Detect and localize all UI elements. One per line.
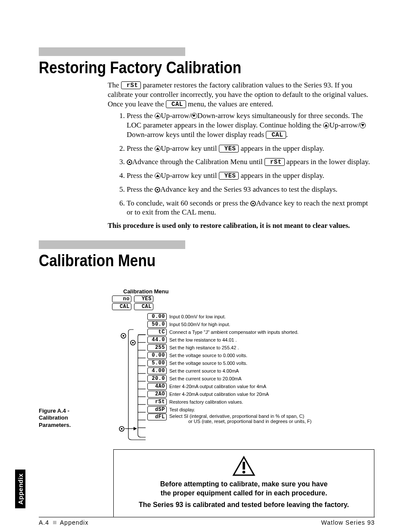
lcd-param: dSP [147,406,167,413]
appendix-tab: Appendix [15,470,25,508]
lcd-param: tC [147,329,167,336]
cal-top-row: no YES [112,296,371,302]
heading-cal-menu: Calibration Menu [39,252,334,270]
heading-restoring: Restoring Factory Calibration [39,59,334,77]
cal-desc: Test display. [169,407,195,412]
lcd-param: rSt [147,398,167,405]
cal-row: dSPTest display. [147,406,371,414]
section-bar [39,240,185,249]
step-1: Press the Up-arrow/Down-arrow keys simul… [127,111,371,139]
cal-desc: Connect a Type "J" ambient compensator w… [169,330,299,335]
svg-point-9 [132,342,134,344]
cal-row: 255Set the high resitance to 255.42 . [147,344,371,352]
cal-row: 4AOEnter 4-20mA output calibration value… [147,383,371,390]
intro-block: The rSt parameter restores the factory c… [108,81,371,217]
text: Press the [127,144,155,152]
cal-desc: Set the low resistance to 44.01 . [169,337,237,342]
text: The [108,81,121,89]
lcd-param: 44.0 [147,336,167,343]
text: . [286,131,288,139]
figure-label: Figure A.4 - Calibration Parameters. [39,408,86,429]
footer-section: Appendix [60,519,88,526]
page-number: A.4 [39,519,49,526]
steps-list: Press the Up-arrow/Down-arrow keys simul… [108,111,371,217]
lcd-param: 5.00 [147,360,167,367]
svg-point-10 [119,426,124,431]
cal-row: dFL Select SI (integral, derivative, pro… [147,414,371,424]
svg-point-3 [157,189,159,190]
cal-row: rStRestores factory calibration values. [147,398,371,406]
text: Press the [127,112,155,120]
warn-line-3: The Series 93 is calibrated and tested b… [123,501,364,510]
svg-marker-13 [134,427,137,430]
text: To conclude, wait 60 seconds or press th… [127,199,250,207]
svg-point-11 [121,428,123,430]
lcd-yes: YES [219,145,239,152]
text: Up-arrow key until [161,171,219,180]
warning-icon [232,456,255,476]
page-footer: A.4 Appendix Watlow Series 93 [39,517,375,526]
step-6: To conclude, wait 60 seconds or press th… [127,199,371,218]
cal-row: 20.0Set the current source to 20.00mA [147,375,371,383]
svg-point-29 [243,471,246,474]
down-arrow-icon [360,122,366,128]
cal-desc: Enter 4-20mA output calibration value fo… [169,384,266,389]
calibration-diagram: Calibration Menu no YES CAL CAL [108,288,371,424]
text: Select SI (integral, derivative, proport… [169,414,304,419]
appendix-tab-label: Appendix [17,473,24,504]
svg-point-5 [252,202,254,204]
lcd-param: dFL [147,414,167,420]
text: Advance through the Calibration Menu unt… [132,158,265,166]
text: Up-arrow/ [161,112,191,120]
bold-note: This procedure is used only to restore c… [108,221,375,230]
lcd-param: 20.0 [147,375,167,382]
cal-desc: Enter 4-20mA output calibration value fo… [169,392,269,397]
text: Up-arrow/ [329,121,360,129]
cal-desc: Set the current source to 20.00mA [169,376,242,381]
footer-right: Watlow Series 93 [321,519,375,526]
intro-para: The rSt parameter restores the factory c… [108,81,371,109]
text: or US (rate, reset, proportional band in… [188,419,311,424]
section-bar [39,47,185,56]
text: Up-arrow key until [161,144,219,152]
cal-row: 0.00Set the voltage source to 0.000 volt… [147,352,371,359]
svg-point-6 [121,333,126,338]
cal-row: 5.00Set the voltage source to 5.000 volt… [147,359,371,367]
svg-point-8 [131,340,135,345]
warn-line-2: the proper equipment called for in each … [123,489,364,498]
up-arrow-icon [323,122,329,128]
cal-desc: Set the high resitance to 255.42 . [169,345,239,350]
step-2: Press the Up-arrow key until YES appears… [127,144,371,153]
advance-icon [127,159,132,165]
cal-desc: Input 0.00mV for low input. [169,314,226,319]
lcd-param: 50.0 [147,321,167,328]
svg-point-7 [123,335,125,337]
warn-line-1: Before attempting to calibrate, make sur… [123,480,364,489]
down-arrow-icon [191,113,197,119]
cal-row: tCConnect a Type "J" ambient compensator… [147,328,371,336]
text: appears in the upper display. [239,171,324,180]
text: appears in the lower display. [285,158,370,166]
advance-icon [155,187,160,193]
cal-desc: Select SI (integral, derivative, proport… [169,414,311,424]
footer-square-icon [53,521,56,524]
cal-desc: Restores factory calibration values. [169,399,243,404]
lcd-rst: rSt [265,158,285,166]
advance-icon [250,201,256,206]
up-arrow-icon [155,113,161,119]
text: Advance key and the Series 93 advances t… [160,185,337,193]
cal-top-row-2: CAL CAL [112,303,371,310]
lcd-rst: rSt [121,81,141,89]
cal-menu-subtitle: Calibration Menu [123,288,371,295]
cal-row: 2AOEnter 4-20mA output calibration value… [147,390,371,398]
lcd-yes: YES [219,172,239,180]
footer-left: A.4 Appendix [39,519,88,526]
lcd-param: 4.00 [147,367,167,374]
lcd-param: 255 [147,344,167,351]
up-arrow-icon [155,173,161,179]
text: menu, the values are entered. [188,100,273,108]
lcd-no: no [112,296,131,302]
step-4: Press the Up-arrow key until YES appears… [127,171,371,180]
lcd-cal: CAL [266,131,286,139]
lcd-param: 0.00 [147,313,167,320]
